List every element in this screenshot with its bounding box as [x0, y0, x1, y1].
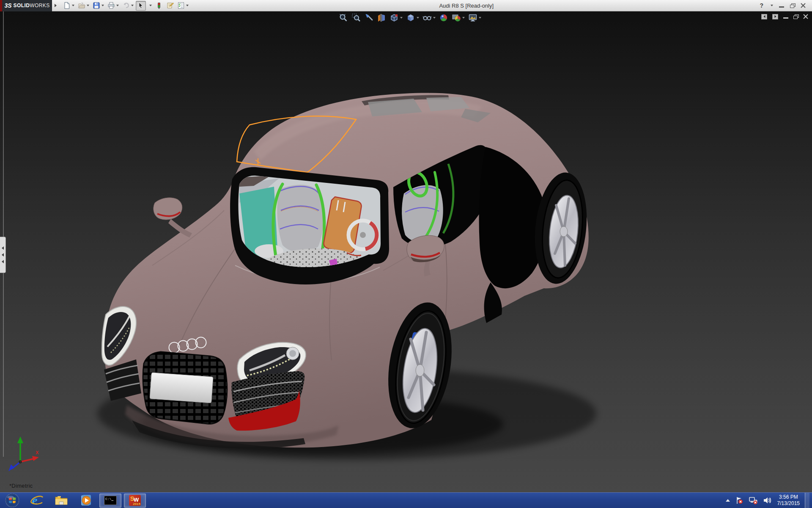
- car-model-3d-view[interactable]: [0, 11, 812, 492]
- display-style-icon: [406, 13, 415, 22]
- media-player-button[interactable]: [75, 494, 97, 508]
- reference-triad: X: [5, 434, 41, 473]
- hide-show-items-icon: [422, 13, 432, 22]
- select-dropdown-button[interactable]: [147, 1, 153, 11]
- window-title: Audi R8 S [Read-only]: [190, 3, 760, 9]
- sw-badge-year: 2015: [133, 502, 140, 506]
- file-properties-button[interactable]: [165, 1, 175, 11]
- view-orientation-label: *Dimetric: [9, 483, 33, 489]
- help-dropdown-caret[interactable]: [771, 5, 773, 6]
- app-titlebar: 3S SOLIDWORKS: [0, 0, 812, 11]
- options-dropdown-caret[interactable]: [186, 5, 189, 6]
- volume-icon[interactable]: [763, 496, 772, 505]
- undo-dropdown-caret[interactable]: [131, 5, 134, 6]
- apply-scene-caret[interactable]: [462, 17, 465, 19]
- pane-right-arrow-icon: [774, 15, 776, 18]
- solidworks-logo-mark: 3S: [4, 2, 11, 9]
- options-button[interactable]: [176, 1, 190, 11]
- view-settings-caret[interactable]: [479, 17, 481, 19]
- feature-manager-splitter[interactable]: [3, 11, 4, 457]
- view-orientation-button[interactable]: [389, 13, 403, 23]
- document-minimize-button[interactable]: [783, 14, 788, 19]
- action-center-flag-icon[interactable]: [735, 496, 743, 505]
- select-tool-button[interactable]: [136, 1, 146, 11]
- display-style-caret[interactable]: [417, 17, 419, 19]
- print-dropdown-caret[interactable]: [116, 5, 119, 6]
- print-button[interactable]: [106, 1, 120, 11]
- show-desktop-button[interactable]: [805, 493, 809, 508]
- command-prompt-button[interactable]: C:\: [99, 494, 121, 508]
- clock-date: 7/13/2015: [777, 500, 800, 507]
- restore-button[interactable]: [790, 5, 794, 8]
- open-dropdown-caret[interactable]: [87, 5, 89, 6]
- new-document-button[interactable]: [62, 1, 76, 11]
- document-window-controls: [761, 14, 809, 19]
- previous-view-button[interactable]: [364, 13, 374, 23]
- section-view-button[interactable]: [376, 13, 387, 23]
- solidworks-logo-text: SOLIDWORKS: [14, 3, 50, 8]
- zoom-to-fit-button[interactable]: [338, 13, 348, 23]
- license-plate: [150, 373, 213, 403]
- windshield[interactable]: [228, 167, 392, 284]
- display-style-button[interactable]: [406, 13, 420, 23]
- apply-scene-button[interactable]: [451, 13, 465, 23]
- hide-show-items-caret[interactable]: [433, 17, 436, 19]
- internet-explorer-icon: e: [30, 493, 44, 508]
- front-grille[interactable]: [143, 352, 227, 424]
- previous-view-icon: [364, 13, 373, 22]
- titlebar-right-controls: ?: [760, 2, 806, 9]
- open-folder-icon: [78, 2, 85, 9]
- graphics-viewport[interactable]: X *Dimetric: [0, 11, 812, 492]
- hide-show-items-button[interactable]: [422, 13, 436, 23]
- close-button[interactable]: [800, 3, 806, 8]
- select-cursor-icon: [137, 2, 145, 9]
- solidworks-2015-icon: S W 2015: [129, 495, 141, 506]
- view-settings-icon: [468, 13, 477, 22]
- zoom-to-fit-icon: [339, 13, 348, 22]
- left-mirror[interactable]: [154, 198, 192, 237]
- solidworks-2015-button[interactable]: S W 2015: [124, 494, 146, 508]
- internet-explorer-button[interactable]: e: [26, 494, 48, 508]
- view-settings-button[interactable]: [468, 13, 482, 23]
- command-prompt-text: C:\: [105, 497, 111, 501]
- undo-button[interactable]: [121, 1, 135, 11]
- x-axis-label: X: [36, 450, 39, 455]
- save-dropdown-caret[interactable]: [102, 5, 104, 6]
- edit-appearance-icon: [439, 13, 448, 22]
- rebuild-button[interactable]: [154, 1, 164, 11]
- select-dropdown-caret[interactable]: [149, 5, 152, 6]
- edit-appearance-button[interactable]: [439, 13, 449, 23]
- taskbar-clock[interactable]: 3:56 PM 7/13/2015: [777, 494, 800, 507]
- feature-manager-collapsed-tab[interactable]: [0, 237, 6, 273]
- new-dropdown-caret[interactable]: [72, 5, 74, 6]
- help-button[interactable]: ?: [760, 2, 763, 9]
- pane-left-arrow-icon: [763, 15, 765, 18]
- show-hidden-icons-button[interactable]: [726, 499, 730, 502]
- x-axis-arrow: [32, 456, 39, 461]
- rebuild-traffic-light-icon: [155, 2, 163, 9]
- folder-icon: [54, 493, 69, 508]
- network-disconnected-icon[interactable]: [749, 496, 758, 505]
- view-orientation-caret[interactable]: [400, 17, 403, 19]
- z-axis-arrow: [8, 464, 14, 471]
- document-restore-button[interactable]: [793, 16, 798, 19]
- collapse-arrow-icon: [2, 253, 4, 257]
- minimize-button[interactable]: [779, 3, 784, 8]
- save-floppy-icon: [93, 2, 100, 9]
- document-close-button[interactable]: [803, 14, 809, 19]
- solidworks-logo: 3S SOLIDWORKS: [2, 0, 52, 11]
- media-player-icon: [79, 493, 93, 508]
- logo-text-light: WORKS: [30, 3, 49, 8]
- new-document-icon: [63, 2, 71, 9]
- show-left-pane-button[interactable]: [761, 14, 767, 19]
- zoom-to-area-button[interactable]: [351, 13, 361, 23]
- show-right-pane-button[interactable]: [772, 14, 778, 19]
- standard-toolbar: [62, 1, 190, 11]
- windows-explorer-button[interactable]: [50, 494, 72, 508]
- start-button[interactable]: [1, 494, 23, 508]
- menu-flyout-arrow-icon[interactable]: [55, 4, 57, 7]
- open-document-button[interactable]: [77, 1, 91, 11]
- save-button[interactable]: [91, 1, 105, 11]
- collapse-arrow-icon: [2, 246, 4, 250]
- svg-text:e: e: [32, 494, 37, 507]
